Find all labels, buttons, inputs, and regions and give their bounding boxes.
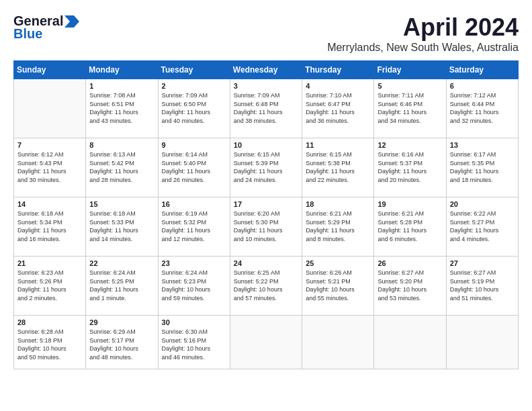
day-number: 9	[162, 141, 226, 149]
calendar-cell: 7Sunrise: 6:12 AM Sunset: 5:43 PM Daylig…	[14, 138, 86, 197]
day-info: Sunrise: 6:24 AM Sunset: 5:23 PM Dayligh…	[162, 269, 226, 302]
calendar-cell: 30Sunrise: 6:30 AM Sunset: 5:16 PM Dayli…	[158, 316, 230, 369]
calendar-cell: 17Sunrise: 6:20 AM Sunset: 5:30 PM Dayli…	[230, 197, 302, 257]
calendar-cell: 29Sunrise: 6:29 AM Sunset: 5:17 PM Dayli…	[86, 316, 158, 369]
calendar-cell: 19Sunrise: 6:21 AM Sunset: 5:28 PM Dayli…	[374, 197, 446, 257]
logo-blue-text: Blue	[13, 26, 42, 42]
day-number: 17	[234, 200, 298, 208]
day-number: 26	[378, 259, 442, 267]
calendar-cell: 27Sunrise: 6:27 AM Sunset: 5:19 PM Dayli…	[446, 257, 518, 316]
day-number: 28	[17, 318, 82, 326]
day-number: 15	[89, 200, 154, 208]
calendar-cell: 4Sunrise: 7:10 AM Sunset: 6:47 PM Daylig…	[302, 79, 374, 138]
day-info: Sunrise: 6:21 AM Sunset: 5:28 PM Dayligh…	[378, 210, 442, 243]
day-info: Sunrise: 6:24 AM Sunset: 5:25 PM Dayligh…	[89, 269, 154, 302]
day-number: 30	[162, 318, 226, 326]
calendar-cell: 5Sunrise: 7:11 AM Sunset: 6:46 PM Daylig…	[374, 79, 446, 138]
calendar-cell: 16Sunrise: 6:19 AM Sunset: 5:32 PM Dayli…	[158, 197, 230, 257]
day-info: Sunrise: 7:09 AM Sunset: 6:50 PM Dayligh…	[162, 91, 226, 125]
calendar-cell: 22Sunrise: 6:24 AM Sunset: 5:25 PM Dayli…	[86, 257, 158, 316]
day-info: Sunrise: 7:11 AM Sunset: 6:46 PM Dayligh…	[378, 91, 442, 125]
day-number: 19	[378, 200, 442, 208]
day-info: Sunrise: 6:18 AM Sunset: 5:33 PM Dayligh…	[89, 210, 154, 243]
weekday-header-sunday: Sunday	[14, 61, 86, 79]
month-year-title: April 2024	[327, 13, 519, 42]
calendar-cell: 10Sunrise: 6:15 AM Sunset: 5:39 PM Dayli…	[230, 138, 302, 197]
day-number: 13	[450, 141, 515, 149]
day-info: Sunrise: 7:09 AM Sunset: 6:48 PM Dayligh…	[234, 91, 298, 125]
day-info: Sunrise: 6:15 AM Sunset: 5:38 PM Dayligh…	[306, 150, 370, 184]
calendar-cell: 20Sunrise: 6:22 AM Sunset: 5:27 PM Dayli…	[446, 197, 518, 257]
day-info: Sunrise: 7:12 AM Sunset: 6:44 PM Dayligh…	[450, 91, 515, 125]
calendar-cell	[14, 79, 86, 138]
day-info: Sunrise: 6:13 AM Sunset: 5:42 PM Dayligh…	[89, 150, 154, 184]
day-number: 22	[89, 259, 154, 267]
calendar-cell: 8Sunrise: 6:13 AM Sunset: 5:42 PM Daylig…	[86, 138, 158, 197]
day-number: 11	[306, 141, 370, 149]
calendar-cell: 18Sunrise: 6:21 AM Sunset: 5:29 PM Dayli…	[302, 197, 374, 257]
location-subtitle: Merrylands, New South Wales, Australia	[327, 42, 519, 54]
day-number: 20	[450, 200, 515, 208]
day-number: 1	[89, 82, 154, 90]
weekday-header-saturday: Saturday	[446, 61, 518, 79]
calendar-cell: 25Sunrise: 6:26 AM Sunset: 5:21 PM Dayli…	[302, 257, 374, 316]
day-info: Sunrise: 6:20 AM Sunset: 5:30 PM Dayligh…	[234, 210, 298, 243]
calendar-cell: 11Sunrise: 6:15 AM Sunset: 5:38 PM Dayli…	[302, 138, 374, 197]
day-info: Sunrise: 7:10 AM Sunset: 6:47 PM Dayligh…	[306, 91, 370, 125]
day-info: Sunrise: 6:30 AM Sunset: 5:16 PM Dayligh…	[162, 328, 226, 361]
day-info: Sunrise: 6:15 AM Sunset: 5:39 PM Dayligh…	[234, 150, 298, 184]
calendar-cell: 26Sunrise: 6:27 AM Sunset: 5:20 PM Dayli…	[374, 257, 446, 316]
day-number: 25	[306, 259, 370, 267]
day-info: Sunrise: 6:25 AM Sunset: 5:22 PM Dayligh…	[234, 269, 298, 302]
calendar-cell	[230, 316, 302, 369]
day-info: Sunrise: 6:19 AM Sunset: 5:32 PM Dayligh…	[162, 210, 226, 243]
calendar-cell: 2Sunrise: 7:09 AM Sunset: 6:50 PM Daylig…	[158, 79, 230, 138]
day-info: Sunrise: 6:18 AM Sunset: 5:34 PM Dayligh…	[17, 210, 82, 243]
day-info: Sunrise: 6:16 AM Sunset: 5:37 PM Dayligh…	[378, 150, 442, 184]
day-number: 12	[378, 141, 442, 149]
day-number: 16	[162, 200, 226, 208]
title-block: April 2024 Merrylands, New South Wales, …	[327, 13, 519, 54]
day-info: Sunrise: 6:27 AM Sunset: 5:20 PM Dayligh…	[378, 269, 442, 302]
day-number: 4	[306, 82, 370, 90]
svg-marker-0	[64, 15, 79, 28]
calendar-cell: 24Sunrise: 6:25 AM Sunset: 5:22 PM Dayli…	[230, 257, 302, 316]
day-info: Sunrise: 6:28 AM Sunset: 5:18 PM Dayligh…	[17, 328, 82, 361]
day-number: 2	[162, 82, 226, 90]
day-info: Sunrise: 6:17 AM Sunset: 5:35 PM Dayligh…	[450, 150, 515, 184]
day-number: 24	[234, 259, 298, 267]
weekday-header-monday: Monday	[86, 61, 158, 79]
day-info: Sunrise: 6:26 AM Sunset: 5:21 PM Dayligh…	[306, 269, 370, 302]
calendar-cell: 14Sunrise: 6:18 AM Sunset: 5:34 PM Dayli…	[14, 197, 86, 257]
day-number: 6	[450, 82, 515, 90]
calendar-cell: 3Sunrise: 7:09 AM Sunset: 6:48 PM Daylig…	[230, 79, 302, 138]
page-header: General Blue April 2024 Merrylands, New …	[13, 13, 519, 54]
day-info: Sunrise: 6:23 AM Sunset: 5:26 PM Dayligh…	[17, 269, 82, 302]
calendar-cell: 21Sunrise: 6:23 AM Sunset: 5:26 PM Dayli…	[14, 257, 86, 316]
day-number: 23	[162, 259, 226, 267]
calendar-cell: 12Sunrise: 6:16 AM Sunset: 5:37 PM Dayli…	[374, 138, 446, 197]
day-info: Sunrise: 6:12 AM Sunset: 5:43 PM Dayligh…	[17, 150, 82, 184]
day-number: 29	[89, 318, 154, 326]
calendar-cell: 9Sunrise: 6:14 AM Sunset: 5:40 PM Daylig…	[158, 138, 230, 197]
day-number: 7	[17, 141, 82, 149]
logo: General Blue	[13, 13, 79, 42]
logo-icon	[64, 15, 79, 28]
calendar-cell	[374, 316, 446, 369]
calendar-cell: 1Sunrise: 7:08 AM Sunset: 6:51 PM Daylig…	[86, 79, 158, 138]
day-info: Sunrise: 7:08 AM Sunset: 6:51 PM Dayligh…	[89, 91, 154, 125]
day-number: 21	[17, 259, 82, 267]
day-number: 5	[378, 82, 442, 90]
weekday-header-friday: Friday	[374, 61, 446, 79]
calendar-cell: 6Sunrise: 7:12 AM Sunset: 6:44 PM Daylig…	[446, 79, 518, 138]
calendar-cell	[302, 316, 374, 369]
calendar-cell: 15Sunrise: 6:18 AM Sunset: 5:33 PM Dayli…	[86, 197, 158, 257]
calendar-cell: 28Sunrise: 6:28 AM Sunset: 5:18 PM Dayli…	[14, 316, 86, 369]
weekday-header-tuesday: Tuesday	[158, 61, 230, 79]
calendar-cell: 23Sunrise: 6:24 AM Sunset: 5:23 PM Dayli…	[158, 257, 230, 316]
day-info: Sunrise: 6:21 AM Sunset: 5:29 PM Dayligh…	[306, 210, 370, 243]
calendar-table: SundayMondayTuesdayWednesdayThursdayFrid…	[13, 60, 519, 369]
day-info: Sunrise: 6:29 AM Sunset: 5:17 PM Dayligh…	[89, 328, 154, 361]
day-number: 18	[306, 200, 370, 208]
day-number: 8	[89, 141, 154, 149]
